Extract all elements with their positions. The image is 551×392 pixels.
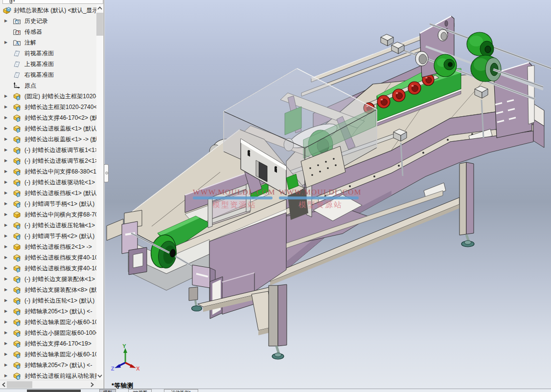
svg-text:Y: Y: [122, 343, 126, 349]
svg-text:A: A: [15, 41, 19, 46]
svg-text:Z: Z: [111, 366, 115, 371]
svg-text:X: X: [136, 366, 140, 371]
